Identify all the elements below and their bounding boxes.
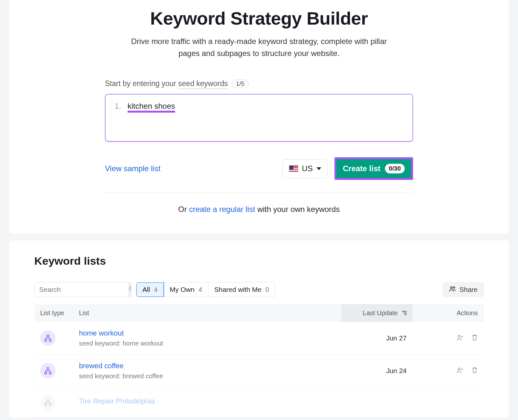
lists-tabs: All 4 My Own 4 Shared with Me 0	[136, 282, 275, 297]
or-line: Or create a regular list with your own k…	[105, 205, 413, 214]
col-list-type: List type	[34, 304, 73, 322]
page-title: Keyword Strategy Builder	[22, 8, 496, 29]
last-update-cell: Jun 27	[341, 322, 412, 355]
keyword-lists-title: Keyword lists	[34, 255, 484, 267]
action-row: View sample list US Create list 0/30	[105, 157, 413, 180]
hierarchy-icon	[44, 334, 52, 342]
seed-row-number: 1.	[115, 102, 121, 111]
table-row: home workout seed keyword: home workout …	[34, 322, 484, 355]
highlight-underline	[128, 111, 175, 113]
last-update-cell	[341, 387, 412, 417]
seed-input[interactable]: 1. kitchen shoes	[105, 94, 413, 142]
share-label: Share	[459, 286, 478, 293]
builder-card: Keyword Strategy Builder Drive more traf…	[9, 0, 509, 233]
sort-desc-icon	[402, 310, 407, 315]
svg-rect-4	[49, 340, 51, 341]
share-button[interactable]: Share	[443, 282, 484, 297]
country-select[interactable]: US	[282, 159, 328, 178]
search-input[interactable]	[35, 282, 129, 297]
or-pre: Or	[178, 205, 189, 214]
search-button[interactable]: 🔍	[129, 282, 131, 297]
svg-rect-2	[47, 335, 49, 337]
search-icon: 🔍	[129, 286, 131, 293]
seed-subtext: seed keyword: home workout	[79, 340, 163, 347]
trash-icon[interactable]	[471, 335, 478, 342]
svg-rect-10	[47, 399, 49, 401]
seed-label-term: seed keywords	[178, 79, 228, 89]
add-user-icon[interactable]	[456, 368, 466, 375]
table-row: brewed coffee seed keyword: brewed coffe…	[34, 355, 484, 387]
svg-rect-12	[49, 404, 51, 405]
list-type-icon-wrap	[40, 394, 56, 410]
tab-my-own[interactable]: My Own 4	[164, 282, 208, 297]
view-sample-link[interactable]: View sample list	[105, 164, 161, 173]
builder-form: Start by entering your seed keywords 1/5…	[105, 79, 413, 214]
page-subtitle: Drive more traffic with a ready-made key…	[126, 35, 392, 59]
create-quota-badge: 0/30	[385, 164, 405, 173]
seed-keyword-value: kitchen shoes	[128, 102, 175, 110]
keyword-lists-table: List type List Last Update Actions	[34, 304, 484, 417]
country-label: US	[302, 164, 313, 173]
tab-all[interactable]: All 4	[136, 282, 164, 297]
list-type-icon-wrap	[40, 363, 56, 379]
svg-rect-8	[49, 372, 51, 374]
create-list-label: Create list	[343, 164, 380, 173]
svg-point-0	[450, 287, 452, 289]
svg-point-9	[458, 368, 460, 370]
tab-shared-count: 0	[265, 286, 269, 293]
trash-icon[interactable]	[471, 368, 478, 375]
list-name-link[interactable]: home workout	[79, 329, 335, 337]
svg-rect-11	[45, 404, 47, 405]
share-people-icon	[449, 286, 456, 293]
col-actions: Actions	[412, 304, 484, 322]
tab-my-own-count: 4	[198, 286, 202, 293]
create-list-button[interactable]: Create list 0/30	[336, 159, 411, 178]
chevron-down-icon	[317, 167, 321, 170]
divider	[105, 192, 413, 193]
search-wrap: 🔍	[34, 282, 131, 297]
last-update-cell: Jun 24	[341, 355, 412, 387]
hierarchy-icon	[44, 367, 52, 375]
hierarchy-icon	[44, 398, 52, 406]
lists-controls: 🔍 All 4 My Own 4 Shared with Me 0 Share	[34, 282, 484, 297]
svg-point-1	[453, 287, 455, 289]
col-list: List	[73, 304, 341, 322]
seed-box-wrap: 1. kitchen shoes AI-powered feature	[105, 94, 413, 142]
seed-count-badge: 1/5	[232, 80, 249, 88]
us-flag-icon	[289, 165, 298, 172]
seed-label: Start by entering your seed keywords 1/5	[105, 79, 413, 88]
svg-rect-6	[47, 368, 49, 369]
svg-rect-3	[45, 340, 47, 341]
list-type-icon-wrap	[40, 330, 56, 346]
table-row: Tire Repair Philadelphia	[34, 387, 484, 417]
list-name-link[interactable]: Tire Repair Philadelphia	[79, 397, 335, 405]
keyword-lists-card: Keyword lists 🔍 All 4 My Own 4 Shared wi…	[9, 240, 509, 417]
svg-rect-7	[45, 372, 47, 374]
col-last-update[interactable]: Last Update	[341, 304, 412, 322]
or-post: with your own keywords	[255, 205, 340, 214]
create-regular-list-link[interactable]: create a regular list	[189, 205, 255, 214]
seed-subtext: seed keyword: brewed coffee	[79, 372, 163, 380]
svg-point-5	[458, 335, 460, 337]
seed-label-pre: Start by entering your	[105, 79, 178, 88]
col-last-update-label: Last Update	[363, 309, 398, 316]
list-name-link[interactable]: brewed coffee	[79, 362, 335, 370]
tab-shared[interactable]: Shared with Me 0	[208, 282, 275, 297]
create-button-highlight: Create list 0/30	[334, 157, 413, 180]
tab-all-label: All	[142, 286, 150, 293]
tab-all-count: 4	[154, 286, 158, 293]
tab-shared-label: Shared with Me	[214, 286, 262, 293]
add-user-icon[interactable]	[456, 335, 466, 342]
tab-my-own-label: My Own	[170, 286, 195, 293]
